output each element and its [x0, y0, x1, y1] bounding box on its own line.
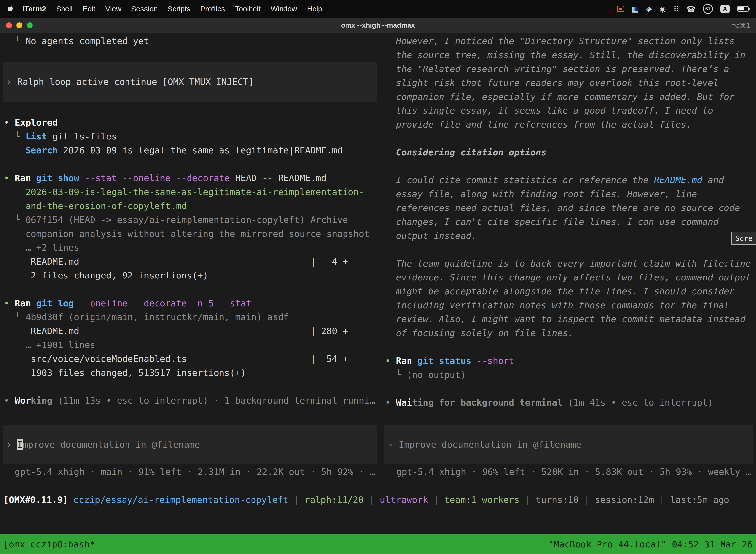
- bullet: •: [4, 173, 15, 183]
- left-model-status-line: gpt-5.4 xhigh · main · 91% left · 2.31M …: [4, 465, 378, 479]
- reasoning-heading: Considering citation options: [396, 146, 751, 159]
- ralph-loop-banner: › Ralph loop active continue [OMX_TMUX_I…: [3, 62, 377, 102]
- truncation-note: … +1901 lines: [25, 340, 96, 350]
- show-more-lines: … +2 lines: [4, 241, 381, 255]
- left-input-line[interactable]: › Improve documentation in @filename: [6, 438, 200, 451]
- menu-item-scripts[interactable]: Scripts: [163, 5, 195, 13]
- log-stat-line-2: src/voice/voiceModeEnabled.ts | 54 +: [4, 352, 381, 366]
- left-prompt-input[interactable]: › Improve documentation in @filename: [3, 425, 377, 464]
- command-flags: --short: [477, 356, 514, 366]
- menu-item-help[interactable]: Help: [302, 5, 327, 13]
- input-placeholder-text: Improve documentation in @filename: [398, 439, 581, 449]
- diffstat-summary: 2 files changed, 92 insertions(+): [31, 270, 208, 280]
- menu-item-session[interactable]: Session: [126, 5, 163, 13]
- bullet: •: [4, 298, 15, 308]
- diamond-app-icon[interactable]: ◈: [646, 5, 652, 13]
- left-terminal-pane[interactable]: └ No agents completed yet › Ralph loop a…: [0, 33, 381, 485]
- log-commit-line: └ 4b9d30f (origin/main, instructkr/main,…: [4, 310, 381, 324]
- readme-file-link[interactable]: README.md: [654, 175, 702, 185]
- show-commit-line-1: └ 067f154 (HEAD -> essay/ai-reimplementa…: [4, 213, 381, 227]
- input-source-icon[interactable]: A: [720, 5, 730, 13]
- log-summary-line: 1903 files changed, 513517 insertions(+): [4, 366, 381, 380]
- battery-percentage-badge[interactable]: 61: [703, 4, 713, 14]
- terminal-content: └ No agents completed yet › Ralph loop a…: [0, 33, 756, 554]
- omx-turns: turns:10: [536, 495, 584, 505]
- right-terminal-pane[interactable]: However, I noticed the "Directory Struct…: [381, 33, 756, 485]
- working-label-bright: Wor: [15, 395, 31, 405]
- prompt-chevron: ›: [6, 439, 17, 449]
- right-model-status-line: gpt-5.4 xhigh · 96% left · 520K in · 5.8…: [385, 465, 754, 479]
- screen-recording-indicator-icon[interactable]: [617, 6, 624, 12]
- explored-title: Explored: [15, 117, 58, 127]
- battery-icon[interactable]: [737, 6, 749, 12]
- menu-item-profiles[interactable]: Profiles: [195, 5, 230, 13]
- search-action-label: Search: [25, 145, 63, 155]
- waiting-label-dim: ting for background terminal: [412, 397, 563, 407]
- tree-glyph: └: [396, 370, 406, 380]
- waiting-detail: (1m 41s • esc to interrupt): [563, 397, 713, 407]
- apple-menu-icon[interactable]: [7, 5, 14, 13]
- bullet: •: [385, 356, 396, 366]
- bullet: •: [385, 397, 396, 407]
- window-title-bar: omx --xhigh --madmax ⌥⌘1: [0, 18, 756, 33]
- tmux-session-window-label[interactable]: [omx-cczip0:bash*: [3, 539, 95, 549]
- separator: |: [434, 495, 444, 505]
- macos-menu-bar: iTerm2 Shell Edit View Session Scripts P…: [0, 0, 756, 18]
- commit-summary: companion analysis without altering the …: [25, 229, 370, 239]
- filename-text: 2026-03-09-is-legal-the-same-as-legitima…: [25, 187, 364, 197]
- window-shortcut-hint: ⌥⌘1: [732, 21, 751, 29]
- menu-item-edit[interactable]: Edit: [78, 5, 101, 13]
- reasoning-paragraph-1: However, I noticed the "Directory Struct…: [396, 34, 751, 131]
- diffstat-row: README.md | 280 +: [31, 326, 348, 336]
- filename-text: and-the-erosion-of-copyleft.md: [25, 201, 187, 211]
- separator: |: [659, 495, 670, 505]
- omx-mode: ultrawork: [380, 495, 434, 505]
- omx-branch: cczip/essay/ai-reimplementation-copyleft: [73, 495, 294, 505]
- omx-team: team:1 workers: [444, 495, 525, 505]
- truncation-note: … +2 lines: [25, 242, 79, 253]
- show-commit-line-2: companion analysis without altering the …: [4, 227, 381, 241]
- right-prompt-input[interactable]: › Improve documentation in @filename: [384, 425, 753, 464]
- phone-icon[interactable]: ☎: [686, 5, 695, 13]
- menu-bar-status-area: ▦ ◈ ◉ ⠿ ☎ 61 A: [617, 4, 749, 14]
- show-filename-line-2: and-the-erosion-of-copyleft.md: [4, 199, 381, 213]
- status-output-line: └ (no output): [385, 368, 751, 382]
- right-input-line[interactable]: › Improve documentation in @filename: [388, 438, 581, 451]
- menu-item-view[interactable]: View: [101, 5, 126, 13]
- prompt-chevron: ›: [388, 439, 398, 449]
- command-binary: git show: [36, 173, 84, 183]
- show-stat-line: README.md | 4 +: [4, 255, 381, 269]
- reasoning-paragraph-2: I could cite commit statistics or refere…: [396, 173, 751, 243]
- menu-item-toolbelt[interactable]: Toolbelt: [230, 5, 266, 13]
- explored-search-line: Search 2026-03-09-is-legal-the-same-as-l…: [4, 144, 381, 157]
- waiting-label-bright: Wai: [396, 397, 412, 407]
- ran-label: Ran: [15, 298, 36, 308]
- separator: |: [369, 495, 380, 505]
- display-grid-icon[interactable]: ▦: [632, 5, 639, 13]
- omx-ralph-counter: ralph:11/20: [305, 495, 369, 505]
- menu-item-window[interactable]: Window: [266, 5, 302, 13]
- clipped-notification-toast: Scre: [731, 232, 756, 245]
- ran-label: Ran: [396, 356, 418, 366]
- circle-app-icon[interactable]: ◉: [659, 5, 666, 13]
- prompt-chevron: ›: [6, 77, 17, 87]
- ran-git-status-line: • Ran git status --short: [385, 354, 751, 368]
- show-filename-line-1: 2026-03-09-is-legal-the-same-as-legitima…: [4, 185, 381, 199]
- input-placeholder-text: mprove documentation in @filename: [22, 439, 200, 449]
- tree-glyph: └: [15, 312, 25, 322]
- menu-item-iterm2[interactable]: iTerm2: [17, 5, 51, 13]
- command-args: HEAD -- README.md: [235, 173, 326, 183]
- omx-session-time: session:12m: [595, 495, 659, 505]
- menu-item-shell[interactable]: Shell: [51, 5, 78, 13]
- command-binary: git status: [418, 356, 477, 366]
- separator: |: [294, 495, 304, 505]
- command-flags: --stat --oneline --decorate: [84, 173, 235, 183]
- tree-glyph: └: [15, 131, 25, 142]
- separator: |: [525, 495, 536, 505]
- commit-summary: 067f154 (HEAD -> essay/ai-reimplementati…: [25, 215, 348, 225]
- ran-git-log-line: • Ran git log --oneline --decorate -n 5 …: [4, 296, 381, 310]
- dots-grid-icon[interactable]: ⠿: [674, 5, 679, 13]
- omx-status-line: [OMX#0.11.9] cczip/essay/ai-reimplementa…: [3, 493, 756, 507]
- commit-summary: 4b9d30f (origin/main, instructkr/main, m…: [25, 312, 289, 322]
- search-query: 2026-03-09-is-legal-the-same-as-legitima…: [63, 145, 342, 155]
